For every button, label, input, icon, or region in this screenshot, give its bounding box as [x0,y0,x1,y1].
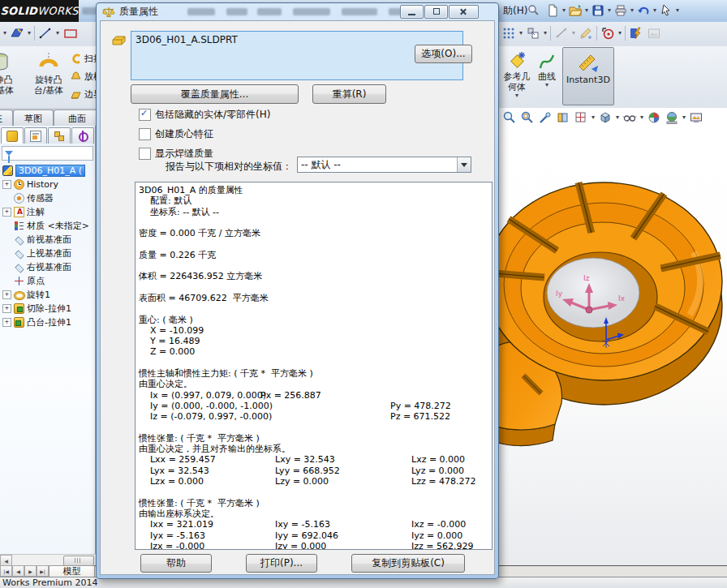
tab-surfaces[interactable]: 曲面 [54,109,101,127]
tree-item[interactable]: 旋转1 [0,288,95,302]
curves-caret-icon[interactable]: ▾ [545,82,548,88]
sketch-icon[interactable] [10,26,24,41]
checkbox-label: 包括隐藏的实体/零部件(H) [155,108,270,122]
last-sheet-icon[interactable] [37,565,49,577]
tree-item[interactable]: 凸台-拉伸1 [0,315,95,329]
new-file-caret-icon[interactable] [562,3,566,18]
tree-item[interactable]: 原点 [0,274,95,288]
line-tool-icon[interactable] [38,26,53,41]
reference-point-icon[interactable] [600,26,615,41]
save-icon[interactable] [591,3,605,18]
recalculate-button[interactable]: 重算(R) [312,84,386,104]
pattern-caret-icon[interactable] [519,26,523,41]
instant3d-button[interactable]: Instant3D [562,47,614,105]
checkbox-row[interactable]: 包括隐藏的实体/零部件(H) [139,108,270,121]
checkbox-row[interactable]: 创建质心特征 [139,127,213,140]
curves-button[interactable]: 曲线 ▾ [535,48,559,88]
next-sheet-icon[interactable] [24,565,37,577]
extruded-boss-label-1: 拉伸凸 [0,75,13,85]
restore-icon[interactable] [424,5,448,19]
lightning-simulation-icon[interactable] [629,26,643,41]
options-button[interactable]: 选项(O)... [415,45,472,63]
tree-root-item[interactable]: 3D06_H01_A ( [0,164,95,178]
undo-caret-icon[interactable] [653,3,656,18]
tab-features[interactable]: 特征 [0,109,13,127]
undo-icon[interactable] [636,3,651,18]
linear-pattern-icon[interactable] [501,26,516,41]
minimize-icon[interactable] [400,5,424,19]
extruded-boss-button[interactable]: 拉伸凸 台/基体 [0,48,28,96]
revolved-boss-label-1: 旋转凸 [36,75,62,85]
tab-property-manager[interactable] [24,127,47,144]
dropdown-caret-icon[interactable] [457,157,471,172]
point-caret-icon[interactable] [618,26,622,41]
tree-item[interactable]: 材质 <未指定> [0,219,95,233]
new-file-icon[interactable] [545,3,560,18]
filename-field[interactable]: 3D06_H01_A.SLDPRT [131,31,463,80]
reference-geometry-button[interactable]: 参考几 何体 ▾ [499,48,535,99]
checkbox-row[interactable]: 显示焊缝质量 [139,147,213,160]
status-text: Works Premium 2014 [2,577,98,588]
prev-sheet-icon[interactable] [12,565,24,577]
checkbox-icon[interactable] [139,148,151,160]
toolbar-caret-icon[interactable] [3,26,6,41]
model-tab[interactable]: 模型 [49,565,95,577]
save-caret-icon[interactable] [608,3,611,18]
horizontal-scrollbar[interactable] [0,554,95,566]
tab-sketch[interactable]: 草图 [13,109,54,127]
tab-dimxpert[interactable] [71,127,94,144]
select-pointer-icon[interactable] [659,3,673,18]
logo-text-works: WORKS [37,5,78,17]
report-text[interactable]: 3D06_H01_A 的质量属性 配置: 默认 坐标系: -- 默认 -- 密度… [135,182,493,550]
select-caret-icon[interactable] [676,3,679,18]
sketch-caret-icon[interactable] [28,26,31,41]
tree-item[interactable]: 注解 [0,205,95,219]
reference-geometry-caret-icon[interactable]: ▾ [515,92,518,99]
tab-configuration-manager[interactable] [48,127,71,144]
tree-item-label: 注解 [27,206,45,218]
graphics-viewport[interactable]: Iz Iy Ix [499,108,727,565]
revolved-boss-button[interactable]: 旋转凸 台/基体 [29,48,68,96]
extruded-boss-icon [0,50,11,75]
tree-item[interactable]: 上视基准面 [0,247,95,260]
tab-feature-tree[interactable] [1,127,24,144]
expand-icon[interactable] [2,180,11,189]
tree-item[interactable]: 前视基准面 [0,233,95,247]
checkbox-icon[interactable] [139,128,151,140]
copy-to-clipboard-button[interactable]: 复制到剪贴板(C) [351,554,465,573]
print-icon[interactable] [613,3,628,18]
print-button[interactable]: 打印(P)... [246,554,317,573]
mass-properties-icon [102,6,115,18]
expand-icon[interactable] [2,318,11,327]
scroll-left-icon[interactable] [0,555,12,566]
checkbox-label: 显示焊缝质量 [155,147,213,161]
tree-item[interactable]: History [0,178,95,191]
open-file-icon[interactable] [568,3,583,18]
override-mass-button[interactable]: 覆盖质量属性... [131,84,299,104]
tree-item-label: 原点 [27,275,45,287]
expand-icon[interactable] [2,304,11,313]
tree-item[interactable]: 切除-拉伸1 [0,302,95,315]
help-button[interactable]: 帮助 [140,554,212,573]
expand-icon[interactable] [2,208,11,217]
close-icon[interactable] [449,5,479,19]
sweep-icon [70,53,82,65]
toolbar-separator [625,26,626,41]
search-icon[interactable] [526,3,540,18]
print-caret-icon[interactable] [630,3,634,18]
checkbox-icon[interactable] [139,109,151,121]
move-copy-icon[interactable] [526,26,540,41]
checkbox-label: 创建质心特征 [155,127,213,141]
tree-item[interactable]: 传感器 [0,191,95,205]
open-file-caret-icon[interactable] [585,3,588,18]
sensor-icon [14,193,24,204]
rectangle-tool-icon[interactable] [62,26,77,41]
line-caret-icon[interactable] [56,26,59,41]
first-sheet-icon[interactable] [0,565,12,577]
tree-filter-field[interactable] [2,146,93,161]
coordinate-dropdown[interactable]: -- 默认 -- [297,157,471,173]
tree-item[interactable]: 右视基准面 [0,260,95,274]
expand-icon[interactable] [2,290,11,299]
dialog-title-bar[interactable]: 质量属性 [97,3,498,20]
move-caret-icon[interactable] [544,26,547,41]
